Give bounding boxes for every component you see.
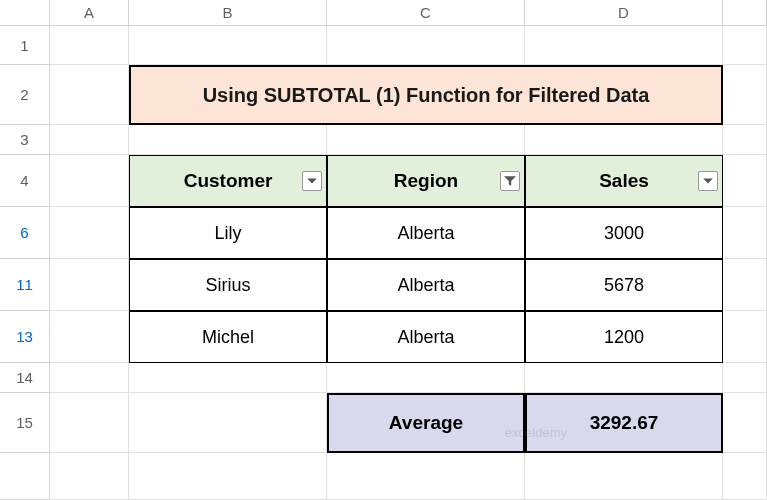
cell-extra[interactable] xyxy=(327,453,525,500)
cell-b1[interactable] xyxy=(129,26,327,65)
cell-e14[interactable] xyxy=(723,363,767,393)
table-cell-region[interactable]: Alberta xyxy=(327,207,525,259)
cell-c1[interactable] xyxy=(327,26,525,65)
cell-a3[interactable] xyxy=(50,125,129,155)
cell-a6[interactable] xyxy=(50,207,129,259)
table-cell-sales[interactable]: 1200 xyxy=(525,311,723,363)
table-header-label: Sales xyxy=(599,170,649,192)
row-header-4[interactable]: 4 xyxy=(0,155,50,207)
col-header-b[interactable]: B xyxy=(129,0,327,26)
row-header-6[interactable]: 6 xyxy=(0,207,50,259)
cell-a11[interactable] xyxy=(50,259,129,311)
cell-b14[interactable] xyxy=(129,363,327,393)
cell-e1[interactable] xyxy=(723,26,767,65)
filter-button-sales[interactable] xyxy=(698,171,718,191)
row-header-1[interactable]: 1 xyxy=(0,26,50,65)
table-header-customer[interactable]: Customer xyxy=(129,155,327,207)
cell-extra[interactable] xyxy=(50,453,129,500)
row-header-2[interactable]: 2 xyxy=(0,65,50,125)
cell-e13[interactable] xyxy=(723,311,767,363)
table-cell-sales[interactable]: 3000 xyxy=(525,207,723,259)
table-cell-region[interactable]: Alberta xyxy=(327,259,525,311)
cell-e15[interactable] xyxy=(723,393,767,453)
filter-active-icon xyxy=(504,175,516,187)
row-header-15[interactable]: 15 xyxy=(0,393,50,453)
cell-e4[interactable] xyxy=(723,155,767,207)
table-cell-customer[interactable]: Michel xyxy=(129,311,327,363)
row-header-14[interactable]: 14 xyxy=(0,363,50,393)
cell-d1[interactable] xyxy=(525,26,723,65)
filter-button-region[interactable] xyxy=(500,171,520,191)
table-cell-customer[interactable]: Lily xyxy=(129,207,327,259)
cell-a4[interactable] xyxy=(50,155,129,207)
cell-extra[interactable] xyxy=(129,453,327,500)
cell-d14[interactable] xyxy=(525,363,723,393)
cell-e6[interactable] xyxy=(723,207,767,259)
cell-e11[interactable] xyxy=(723,259,767,311)
cell-c14[interactable] xyxy=(327,363,525,393)
table-header-label: Customer xyxy=(184,170,273,192)
table-header-label: Region xyxy=(394,170,458,192)
table-header-sales[interactable]: Sales xyxy=(525,155,723,207)
row-header-extra[interactable] xyxy=(0,453,50,500)
average-label-cell[interactable]: Average xyxy=(327,393,525,453)
cell-e3[interactable] xyxy=(723,125,767,155)
row-header-3[interactable]: 3 xyxy=(0,125,50,155)
cell-extra[interactable] xyxy=(723,453,767,500)
dropdown-icon xyxy=(702,175,714,187)
cell-b15[interactable] xyxy=(129,393,327,453)
cell-a15[interactable] xyxy=(50,393,129,453)
spreadsheet-grid: A B C D 1 2 Using SUBTOTAL (1) Function … xyxy=(0,0,767,500)
col-header-a[interactable]: A xyxy=(50,0,129,26)
row-header-13[interactable]: 13 xyxy=(0,311,50,363)
cell-d3[interactable] xyxy=(525,125,723,155)
cell-b3[interactable] xyxy=(129,125,327,155)
cell-extra[interactable] xyxy=(525,453,723,500)
col-header-c[interactable]: C xyxy=(327,0,525,26)
page-title[interactable]: Using SUBTOTAL (1) Function for Filtered… xyxy=(129,65,723,125)
average-value-cell[interactable]: 3292.67 xyxy=(525,393,723,453)
col-header-d[interactable]: D xyxy=(525,0,723,26)
cell-a2[interactable] xyxy=(50,65,129,125)
table-header-region[interactable]: Region xyxy=(327,155,525,207)
table-cell-region[interactable]: Alberta xyxy=(327,311,525,363)
select-all-corner[interactable] xyxy=(0,0,50,26)
table-cell-sales[interactable]: 5678 xyxy=(525,259,723,311)
row-header-11[interactable]: 11 xyxy=(0,259,50,311)
cell-a1[interactable] xyxy=(50,26,129,65)
cell-a13[interactable] xyxy=(50,311,129,363)
cell-c3[interactable] xyxy=(327,125,525,155)
cell-a14[interactable] xyxy=(50,363,129,393)
table-cell-customer[interactable]: Sirius xyxy=(129,259,327,311)
filter-button-customer[interactable] xyxy=(302,171,322,191)
dropdown-icon xyxy=(306,175,318,187)
col-header-extra[interactable] xyxy=(723,0,767,26)
cell-e2[interactable] xyxy=(723,65,767,125)
